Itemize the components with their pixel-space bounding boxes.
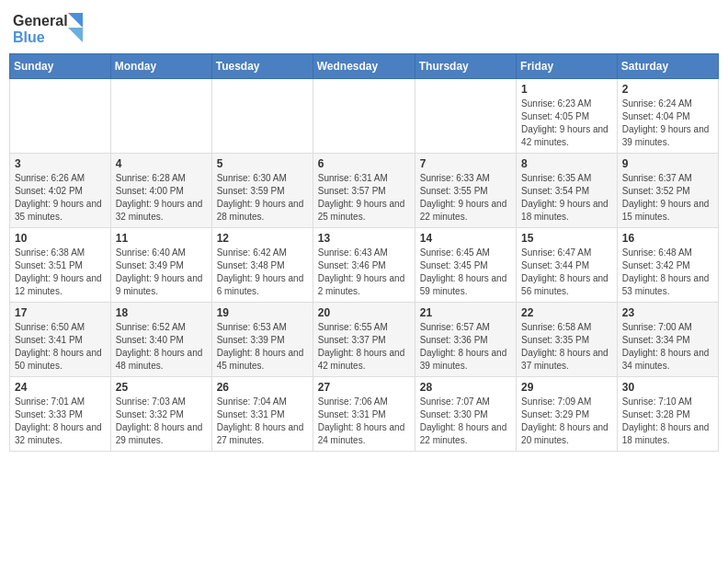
day-info: Sunrise: 6:42 AM Sunset: 3:48 PM Dayligh… [217, 247, 308, 298]
calendar-day-header: Sunday [10, 54, 111, 79]
calendar-table: SundayMondayTuesdayWednesdayThursdayFrid… [9, 53, 719, 452]
day-number: 6 [318, 157, 410, 170]
svg-marker-2 [68, 13, 83, 28]
day-number: 5 [217, 157, 308, 170]
day-number: 29 [521, 381, 612, 394]
calendar-cell: 12Sunrise: 6:42 AM Sunset: 3:48 PM Dayli… [211, 228, 313, 303]
calendar-header-row: SundayMondayTuesdayWednesdayThursdayFrid… [10, 54, 719, 79]
calendar-week-row: 3Sunrise: 6:26 AM Sunset: 4:02 PM Daylig… [10, 154, 719, 228]
day-number: 9 [622, 157, 713, 170]
calendar-week-row: 17Sunrise: 6:50 AM Sunset: 3:41 PM Dayli… [10, 303, 719, 377]
calendar-cell: 13Sunrise: 6:43 AM Sunset: 3:46 PM Dayli… [313, 228, 415, 303]
calendar-day-header: Tuesday [211, 54, 313, 79]
day-number: 21 [420, 306, 511, 319]
day-number: 2 [622, 83, 713, 96]
day-number: 28 [420, 381, 511, 394]
svg-text:General: General [13, 13, 68, 29]
calendar-cell: 15Sunrise: 6:47 AM Sunset: 3:44 PM Dayli… [517, 228, 618, 303]
calendar-cell: 11Sunrise: 6:40 AM Sunset: 3:49 PM Dayli… [110, 228, 211, 303]
day-info: Sunrise: 6:48 AM Sunset: 3:42 PM Dayligh… [622, 247, 713, 298]
calendar-day-header: Monday [110, 54, 211, 79]
day-number: 27 [318, 381, 410, 394]
day-info: Sunrise: 7:09 AM Sunset: 3:29 PM Dayligh… [521, 396, 612, 447]
calendar-cell: 3Sunrise: 6:26 AM Sunset: 4:02 PM Daylig… [10, 154, 111, 228]
day-number: 22 [521, 306, 612, 319]
day-info: Sunrise: 7:10 AM Sunset: 3:28 PM Dayligh… [622, 396, 713, 447]
calendar-cell: 8Sunrise: 6:35 AM Sunset: 3:54 PM Daylig… [517, 154, 618, 228]
logo: GeneralBlue [13, 9, 86, 46]
calendar-cell: 23Sunrise: 7:00 AM Sunset: 3:34 PM Dayli… [617, 303, 718, 377]
day-info: Sunrise: 7:01 AM Sunset: 3:33 PM Dayligh… [15, 396, 106, 447]
calendar-day-header: Wednesday [313, 54, 415, 79]
day-info: Sunrise: 6:40 AM Sunset: 3:49 PM Dayligh… [116, 247, 207, 298]
calendar-cell: 28Sunrise: 7:07 AM Sunset: 3:30 PM Dayli… [415, 377, 516, 452]
day-info: Sunrise: 6:31 AM Sunset: 3:57 PM Dayligh… [318, 172, 410, 224]
day-number: 8 [521, 157, 612, 170]
calendar-cell: 6Sunrise: 6:31 AM Sunset: 3:57 PM Daylig… [313, 154, 415, 228]
day-info: Sunrise: 7:03 AM Sunset: 3:32 PM Dayligh… [116, 396, 207, 447]
calendar-cell: 1Sunrise: 6:23 AM Sunset: 4:05 PM Daylig… [517, 79, 618, 154]
calendar-cell [110, 79, 211, 154]
day-info: Sunrise: 6:45 AM Sunset: 3:45 PM Dayligh… [420, 247, 511, 298]
day-number: 25 [116, 381, 207, 394]
calendar-day-header: Thursday [415, 54, 516, 79]
calendar-cell: 18Sunrise: 6:52 AM Sunset: 3:40 PM Dayli… [110, 303, 211, 377]
day-info: Sunrise: 6:24 AM Sunset: 4:04 PM Dayligh… [622, 98, 713, 149]
day-info: Sunrise: 6:58 AM Sunset: 3:35 PM Dayligh… [521, 321, 612, 373]
day-info: Sunrise: 6:37 AM Sunset: 3:52 PM Dayligh… [622, 172, 713, 224]
calendar-cell: 27Sunrise: 7:06 AM Sunset: 3:31 PM Dayli… [313, 377, 415, 452]
day-number: 10 [15, 232, 106, 245]
day-info: Sunrise: 7:07 AM Sunset: 3:30 PM Dayligh… [420, 396, 511, 447]
day-number: 14 [420, 232, 511, 245]
day-number: 19 [217, 306, 308, 319]
calendar-cell: 5Sunrise: 6:30 AM Sunset: 3:59 PM Daylig… [211, 154, 313, 228]
calendar-cell: 17Sunrise: 6:50 AM Sunset: 3:41 PM Dayli… [10, 303, 111, 377]
calendar-cell: 16Sunrise: 6:48 AM Sunset: 3:42 PM Dayli… [617, 228, 718, 303]
logo-icon: GeneralBlue [13, 9, 86, 46]
page-header: GeneralBlue [9, 9, 719, 46]
calendar-cell: 22Sunrise: 6:58 AM Sunset: 3:35 PM Dayli… [517, 303, 618, 377]
day-number: 20 [318, 306, 410, 319]
day-number: 12 [217, 232, 308, 245]
day-info: Sunrise: 6:23 AM Sunset: 4:05 PM Dayligh… [521, 98, 612, 149]
svg-text:Blue: Blue [13, 29, 45, 45]
calendar-day-header: Saturday [617, 54, 718, 79]
day-number: 4 [116, 157, 207, 170]
day-info: Sunrise: 6:38 AM Sunset: 3:51 PM Dayligh… [15, 247, 106, 298]
day-info: Sunrise: 6:50 AM Sunset: 3:41 PM Dayligh… [15, 321, 106, 373]
day-number: 17 [15, 306, 106, 319]
svg-marker-3 [68, 28, 83, 42]
calendar-day-header: Friday [517, 54, 618, 79]
calendar-cell: 14Sunrise: 6:45 AM Sunset: 3:45 PM Dayli… [415, 228, 516, 303]
day-number: 1 [521, 83, 612, 96]
day-info: Sunrise: 6:35 AM Sunset: 3:54 PM Dayligh… [521, 172, 612, 224]
day-info: Sunrise: 6:52 AM Sunset: 3:40 PM Dayligh… [116, 321, 207, 373]
day-info: Sunrise: 7:04 AM Sunset: 3:31 PM Dayligh… [217, 396, 308, 447]
day-number: 13 [318, 232, 410, 245]
day-number: 7 [420, 157, 511, 170]
day-info: Sunrise: 6:33 AM Sunset: 3:55 PM Dayligh… [420, 172, 511, 224]
calendar-cell: 10Sunrise: 6:38 AM Sunset: 3:51 PM Dayli… [10, 228, 111, 303]
calendar-week-row: 24Sunrise: 7:01 AM Sunset: 3:33 PM Dayli… [10, 377, 719, 452]
calendar-cell: 26Sunrise: 7:04 AM Sunset: 3:31 PM Dayli… [211, 377, 313, 452]
day-info: Sunrise: 7:06 AM Sunset: 3:31 PM Dayligh… [318, 396, 410, 447]
day-info: Sunrise: 6:53 AM Sunset: 3:39 PM Dayligh… [217, 321, 308, 373]
calendar-cell: 4Sunrise: 6:28 AM Sunset: 4:00 PM Daylig… [110, 154, 211, 228]
day-number: 11 [116, 232, 207, 245]
calendar-cell: 7Sunrise: 6:33 AM Sunset: 3:55 PM Daylig… [415, 154, 516, 228]
calendar-week-row: 10Sunrise: 6:38 AM Sunset: 3:51 PM Dayli… [10, 228, 719, 303]
day-number: 23 [622, 306, 713, 319]
calendar-cell [211, 79, 313, 154]
day-number: 3 [15, 157, 106, 170]
calendar-cell: 20Sunrise: 6:55 AM Sunset: 3:37 PM Dayli… [313, 303, 415, 377]
calendar-cell: 2Sunrise: 6:24 AM Sunset: 4:04 PM Daylig… [617, 79, 718, 154]
day-number: 16 [622, 232, 713, 245]
day-number: 30 [622, 381, 713, 394]
calendar-cell: 30Sunrise: 7:10 AM Sunset: 3:28 PM Dayli… [617, 377, 718, 452]
calendar-cell [415, 79, 516, 154]
calendar-cell: 9Sunrise: 6:37 AM Sunset: 3:52 PM Daylig… [617, 154, 718, 228]
day-number: 18 [116, 306, 207, 319]
day-info: Sunrise: 7:00 AM Sunset: 3:34 PM Dayligh… [622, 321, 713, 373]
day-number: 15 [521, 232, 612, 245]
calendar-cell: 25Sunrise: 7:03 AM Sunset: 3:32 PM Dayli… [110, 377, 211, 452]
